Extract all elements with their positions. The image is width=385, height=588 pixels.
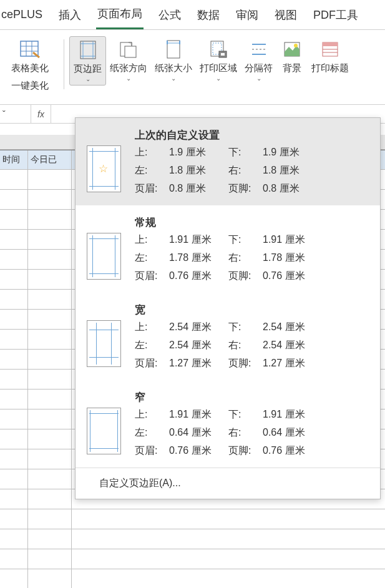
margin-preview-icon: ☆	[87, 145, 121, 192]
print-area-icon	[207, 39, 230, 60]
margin-option-title: 上次的自定义设置	[135, 128, 369, 142]
svg-rect-19	[221, 53, 225, 56]
print-titles-icon	[318, 39, 342, 60]
svg-rect-26	[323, 42, 338, 46]
tab-page-layout[interactable]: 页面布局	[96, 0, 144, 29]
svg-rect-11	[125, 46, 136, 57]
margins-dropdown-menu: ☆ 上次的自定义设置 上:1.9 厘米 下:1.9 厘米 左:1.8 厘米 右:…	[75, 117, 381, 499]
tab-data[interactable]: 数据	[196, 1, 221, 29]
margin-option-last-custom[interactable]: ☆ 上次的自定义设置 上:1.9 厘米 下:1.9 厘米 左:1.8 厘米 右:…	[76, 118, 380, 205]
chevron-down-icon: ⌄	[256, 75, 261, 82]
margin-preview-icon	[87, 233, 121, 280]
name-box[interactable]: ˇ	[0, 105, 31, 123]
custom-margins-button[interactable]: 自定义页边距(A)...	[76, 468, 380, 499]
margins-button[interactable]: 页边距 ⌄	[69, 36, 106, 86]
breaks-button[interactable]: 分隔符 ⌄	[241, 36, 276, 84]
ribbon-toolbar: 表格美化 一键美化 页边距 ⌄ 纸张方向 ⌄ 纸张大小 ⌄ 打印区域 ⌄	[0, 30, 385, 105]
ribbon-tabs: cePLUS 插入 页面布局 公式 数据 审阅 视图 PDF工具	[0, 0, 385, 30]
header-cell-time[interactable]: 时间	[0, 150, 28, 169]
background-icon	[280, 39, 304, 60]
fx-label[interactable]: fx	[31, 105, 51, 123]
chevron-down-icon: ⌄	[85, 76, 90, 82]
table-row[interactable]	[0, 569, 385, 588]
tab-ceplus[interactable]: cePLUS	[0, 2, 44, 27]
table-beautify-icon	[18, 39, 42, 60]
print-area-button[interactable]: 打印区域 ⌄	[196, 36, 241, 84]
tab-formulas[interactable]: 公式	[157, 1, 182, 29]
star-icon: ☆	[99, 162, 108, 175]
table-row[interactable]	[0, 549, 385, 569]
table-row[interactable]	[0, 529, 385, 549]
margin-option-narrow[interactable]: 窄 上:1.91 厘米 下:1.91 厘米 左:0.64 厘米 右:0.64 厘…	[76, 380, 380, 468]
chevron-down-icon: ⌄	[216, 75, 221, 82]
margin-option-title: 宽	[135, 303, 369, 317]
margin-option-title: 窄	[135, 390, 369, 404]
size-button[interactable]: 纸张大小 ⌄	[151, 36, 196, 84]
header-cell-today[interactable]: 今日已	[28, 150, 72, 169]
tab-view[interactable]: 视图	[273, 1, 298, 29]
one-click-beautify[interactable]: 一键美化	[11, 80, 49, 92]
margin-option-normal[interactable]: 常规 上:1.91 厘米 下:1.91 厘米 左:1.78 厘米 右:1.78 …	[76, 205, 380, 293]
page-size-icon	[162, 39, 185, 60]
table-row[interactable]	[0, 509, 385, 529]
separator	[64, 39, 64, 89]
tab-insert[interactable]: 插入	[57, 1, 82, 29]
tab-review[interactable]: 审阅	[235, 1, 260, 29]
chevron-down-icon: ⌄	[171, 75, 176, 82]
margin-option-title: 常规	[135, 215, 369, 230]
chevron-down-icon: ⌄	[126, 75, 131, 82]
margins-icon	[76, 39, 100, 61]
orientation-button[interactable]: 纸张方向 ⌄	[106, 36, 151, 84]
margin-preview-icon	[87, 320, 121, 367]
margin-option-wide[interactable]: 宽 上:2.54 厘米 下:2.54 厘米 左:2.54 厘米 右:2.54 厘…	[76, 293, 380, 380]
orientation-icon	[117, 39, 140, 60]
print-titles-button[interactable]: 打印标题	[308, 36, 353, 76]
background-button[interactable]: 背景	[276, 36, 308, 76]
breaks-icon	[247, 39, 271, 60]
beautify-button[interactable]: 表格美化	[7, 36, 52, 76]
tab-pdf[interactable]: PDF工具	[312, 1, 359, 29]
svg-point-24	[294, 44, 298, 47]
margin-preview-icon	[87, 408, 121, 454]
